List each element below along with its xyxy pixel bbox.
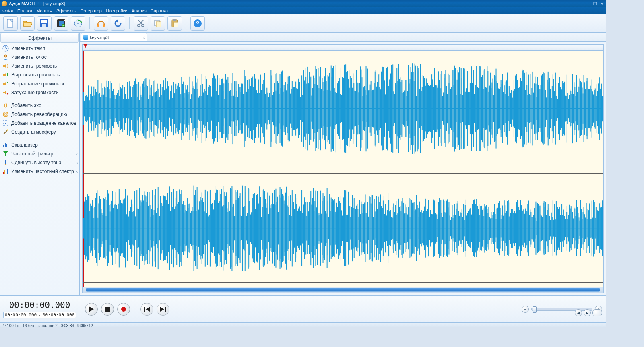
video-import-button[interactable]: +	[54, 16, 68, 31]
svg-rect-1001	[327, 188, 328, 268]
new-file-button[interactable]	[3, 16, 18, 31]
svg-rect-1252	[530, 212, 531, 245]
svg-rect-405	[363, 87, 364, 130]
svg-rect-1144	[443, 199, 444, 256]
help-button[interactable]: ?	[190, 16, 205, 31]
waveform-channels[interactable]	[83, 51, 603, 287]
svg-rect-78	[97, 80, 98, 137]
svg-rect-124	[135, 78, 136, 138]
zoom-fit-button[interactable]: 1:1	[592, 309, 602, 316]
scrollbar-thumb[interactable]	[86, 288, 600, 292]
svg-rect-429	[383, 67, 384, 150]
view-prev-button[interactable]: ◄	[575, 309, 582, 316]
skip-start-button[interactable]	[140, 303, 153, 316]
svg-rect-155	[160, 84, 161, 133]
svg-rect-129	[139, 100, 140, 117]
svg-rect-929	[268, 214, 269, 242]
effect-channel-rotation[interactable]: Добавить вращение каналов	[0, 119, 79, 128]
svg-rect-504	[444, 78, 444, 139]
svg-rect-526	[462, 78, 462, 138]
menu-file[interactable]: Файл	[2, 8, 13, 13]
time-ruler[interactable]	[83, 45, 603, 51]
minimize-button[interactable]: _	[585, 2, 591, 6]
svg-rect-444	[395, 83, 396, 134]
effect-pitch-shift[interactable]: Сдвинуть высоту тона ‹	[0, 158, 79, 167]
svg-rect-885	[232, 207, 233, 250]
waveform-channel-left[interactable]	[83, 52, 603, 165]
effect-change-spectrum[interactable]: Изменить частотный спектр ‹	[0, 167, 79, 176]
zoom-slider-knob[interactable]	[533, 306, 537, 313]
horizontal-scrollbar[interactable]	[83, 287, 603, 293]
svg-rect-18	[97, 24, 99, 27]
svg-rect-274	[257, 93, 258, 124]
svg-rect-830	[188, 208, 188, 248]
play-button[interactable]	[85, 303, 98, 316]
effect-add-echo[interactable]: Добавить эхо	[0, 101, 79, 110]
effect-normalize-volume[interactable]: Выровнять громкость	[0, 70, 79, 79]
zoom-out-button[interactable]: −	[522, 306, 529, 313]
svg-rect-1346	[165, 307, 166, 312]
svg-rect-338	[309, 72, 310, 145]
menu-generator[interactable]: Генератор	[80, 8, 102, 13]
svg-rect-946	[282, 194, 283, 262]
cut-button[interactable]	[134, 16, 148, 31]
effect-change-volume[interactable]: Изменить громкость	[0, 62, 79, 70]
svg-rect-610	[530, 74, 530, 143]
svg-rect-1187	[478, 209, 479, 247]
svg-rect-456	[405, 80, 405, 137]
effect-change-voice[interactable]: Изменить голос	[0, 53, 79, 62]
effect-frequency-filter[interactable]: Частотный фильтр ‹	[0, 149, 79, 158]
svg-rect-1198	[487, 209, 487, 247]
svg-rect-1220	[505, 213, 506, 243]
effect-add-reverb[interactable]: Добавить реверберацию	[0, 110, 79, 119]
menu-help[interactable]: Справка	[151, 8, 168, 13]
effect-change-tempo[interactable]: Изменить темп	[0, 44, 79, 53]
effect-fade-out[interactable]: Затухание громкости	[0, 88, 79, 97]
svg-rect-805	[167, 193, 168, 263]
convert-button[interactable]	[71, 16, 85, 31]
svg-rect-1267	[543, 203, 544, 254]
mix-button[interactable]	[94, 16, 108, 31]
svg-rect-1230	[513, 213, 514, 243]
paste-button[interactable]	[167, 16, 182, 31]
save-button[interactable]	[37, 16, 52, 31]
playhead-marker[interactable]	[83, 44, 87, 48]
waveform-area[interactable]	[82, 44, 604, 293]
maximize-button[interactable]: ❐	[592, 2, 598, 6]
svg-rect-849	[203, 202, 204, 254]
svg-rect-1326	[591, 219, 592, 238]
undo-button[interactable]	[111, 16, 125, 31]
selection-start[interactable]: 00:00:00.000	[5, 312, 37, 318]
svg-rect-584	[509, 86, 510, 131]
waveform-channel-right[interactable]	[83, 174, 603, 283]
svg-rect-1315	[582, 219, 583, 238]
effect-fade-in[interactable]: Возрастание громкости	[0, 79, 79, 88]
skip-end-button[interactable]	[157, 303, 169, 316]
tab-close-button[interactable]: ×	[143, 35, 145, 40]
copy-button[interactable]	[151, 16, 165, 31]
svg-rect-1087	[396, 215, 397, 241]
effect-create-atmosphere[interactable]: Создать атмосферу	[0, 128, 79, 136]
effect-equalizer[interactable]: Эквалайзер	[0, 140, 79, 149]
svg-rect-352	[320, 67, 321, 150]
stop-button[interactable]	[101, 303, 114, 316]
close-window-button[interactable]: ✕	[599, 2, 605, 6]
menu-analysis[interactable]: Анализ	[132, 8, 147, 13]
cd-refresh-icon	[74, 19, 83, 28]
svg-rect-219	[212, 78, 213, 139]
svg-rect-1002	[328, 201, 328, 255]
menu-montage[interactable]: Монтаж	[36, 8, 52, 13]
menu-effects[interactable]: Эффекты	[56, 8, 76, 13]
svg-rect-765	[135, 216, 136, 240]
svg-rect-907	[250, 214, 251, 242]
menu-edit[interactable]: Правка	[17, 8, 32, 13]
selection-end[interactable]: 00:00:00.000	[43, 312, 74, 318]
menu-settings[interactable]: Настройки	[106, 8, 128, 13]
svg-rect-800	[163, 195, 164, 260]
svg-rect-868	[219, 190, 219, 266]
view-next-button[interactable]: ►	[584, 309, 591, 316]
open-file-button[interactable]	[20, 16, 35, 31]
file-tab[interactable]: keys.mp3 ×	[80, 33, 147, 41]
svg-rect-696	[600, 89, 601, 128]
record-button[interactable]	[117, 303, 130, 316]
